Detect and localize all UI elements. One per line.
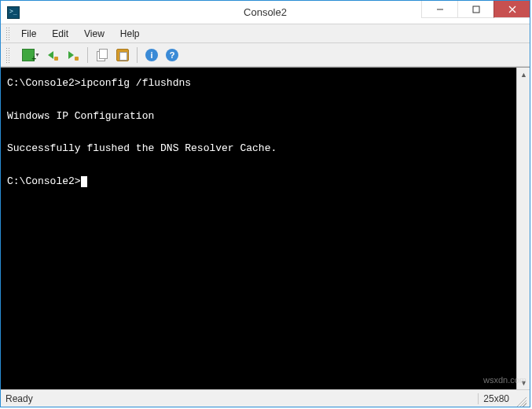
- close-button[interactable]: [493, 1, 530, 18]
- about-button[interactable]: [142, 46, 161, 64]
- menubar-grip-icon[interactable]: [6, 27, 10, 41]
- window-title: Console2: [244, 6, 287, 18]
- help-icon: [166, 49, 178, 61]
- cursor-icon: [81, 176, 87, 187]
- chevron-down-icon: ▼: [35, 52, 40, 57]
- menu-help[interactable]: Help: [112, 27, 148, 41]
- terminal[interactable]: C:\Console2>ipconfig /flushdns Windows I…: [1, 68, 516, 389]
- toolbar-grip-icon[interactable]: [6, 47, 10, 63]
- menu-file[interactable]: File: [13, 27, 44, 41]
- switch-left-button[interactable]: [43, 46, 62, 64]
- titlebar: Console2: [1, 1, 530, 24]
- status-text: Ready: [4, 393, 478, 404]
- menubar: File Edit View Help: [1, 24, 530, 43]
- paste-icon: [116, 49, 129, 61]
- paste-button[interactable]: [113, 46, 132, 64]
- new-tab-icon: [22, 49, 35, 61]
- app-window: Console2 File Edit View Help ▼: [0, 0, 530, 407]
- copy-icon: [96, 49, 108, 61]
- vertical-scrollbar[interactable]: ▲ ▼: [516, 68, 530, 389]
- menu-edit[interactable]: Edit: [44, 27, 76, 41]
- window-controls: [421, 1, 530, 18]
- menu-view[interactable]: View: [76, 27, 112, 41]
- app-icon: [7, 6, 20, 19]
- terminal-area: C:\Console2>ipconfig /flushdns Windows I…: [1, 67, 530, 389]
- toolbar: ▼: [1, 43, 530, 67]
- copy-button[interactable]: [93, 46, 112, 64]
- help-button[interactable]: [163, 46, 182, 64]
- status-dimensions: 25x80: [478, 393, 514, 404]
- info-icon: [145, 49, 158, 61]
- svg-rect-1: [473, 6, 479, 13]
- scroll-down-icon[interactable]: ▼: [517, 376, 530, 389]
- maximize-button[interactable]: [457, 1, 493, 18]
- statusbar: Ready 25x80: [1, 389, 530, 407]
- switch-right-button[interactable]: [64, 46, 83, 64]
- minimize-button[interactable]: [421, 1, 457, 18]
- arrow-left-icon: [46, 49, 59, 61]
- scroll-up-icon[interactable]: ▲: [517, 68, 530, 81]
- toolbar-separator: [87, 47, 88, 63]
- resize-grip-icon[interactable]: [514, 394, 526, 407]
- new-tab-button[interactable]: ▼: [15, 46, 42, 64]
- toolbar-separator: [137, 47, 138, 63]
- arrow-right-icon: [67, 49, 79, 61]
